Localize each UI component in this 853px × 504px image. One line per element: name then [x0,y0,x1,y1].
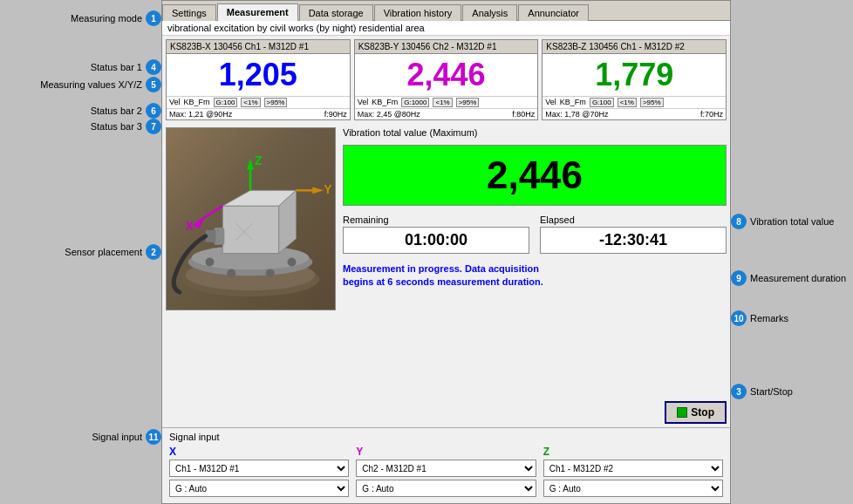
elapsed-block: Elapsed -12:30:41 [540,215,727,254]
svg-marker-8 [222,206,278,253]
panel-x: KS823B-X 130456 Ch1 - M312D #1 1,205 Vel… [166,39,351,120]
panel-y-status2: Vel KB_Fm G:1000 <1% >95% [355,96,538,108]
panel-z-value: 1,779 [543,54,726,96]
panel-y: KS823B-Y 130456 Ch2 - M312D #1 2,446 Vel… [354,39,539,120]
sensor-svg: Z X Y [167,128,335,310]
signal-ch-z[interactable]: Ch1 - M312D #2 [543,460,723,477]
signal-block-z: Z Ch1 - M312D #2 G : Auto [543,446,723,500]
label-measurement-duration: 9 Measurement duration [731,270,846,286]
panel-z-status2: Vel KB_Fm G:100 <1% >95% [543,96,726,108]
signal-gain-z[interactable]: G : Auto [543,480,723,497]
tab-annunciator[interactable]: Annunciator [518,4,589,21]
label-measuring-values: Measuring values X/Y/Z 5 [40,77,161,92]
right-panel: Vibration total value (Maximum) 2,446 Re… [343,127,727,424]
label-status-bar-2: Status bar 2 6 [91,103,161,119]
tab-bar: Settings Measurement Data storage Vibrat… [162,1,730,21]
panel-z-header: KS823B-Z 130456 Ch1 - M312D #2 [543,40,726,54]
elapsed-value: -12:30:41 [540,227,727,254]
label-measuring-mode: Measuring mode 1 [71,10,161,26]
label-signal-input: Signal input 11 [92,429,162,445]
signal-ch-y[interactable]: Ch2 - M312D #1 [356,460,536,477]
signal-input-area: Signal input X Ch1 - M312D #1 G : Auto Y [162,427,730,503]
signal-ch-x[interactable]: Ch1 - M312D #1 [169,460,349,477]
svg-text:X: X [186,218,194,232]
signal-row: X Ch1 - M312D #1 G : Auto Y Ch2 - M312D … [169,446,723,500]
svg-text:Z: Z [255,153,263,167]
stop-button[interactable]: Stop [665,401,727,424]
panel-x-status3: Max: 1,21 @90Hz f:90Hz [167,108,350,119]
label-remarks: 10 Remarks [731,310,788,326]
remarks-text: Measurement in progress. Data acquisitio… [343,262,727,289]
left-labels-panel: Measuring mode 1 Status bar 1 4 Measurin… [0,0,161,504]
remaining-value: 01:00:00 [343,227,529,254]
signal-axis-z: Z [543,446,723,458]
signal-gain-x[interactable]: G : Auto [169,480,349,497]
info-bar: vibrational excitation by civil works (b… [162,21,730,36]
signal-input-label: Signal input [169,432,723,442]
label-status-bar-3: Status bar 3 7 [91,119,161,134]
right-labels-panel: 8 Vibration total value 9 Measurement du… [731,0,853,504]
svg-marker-17 [193,217,205,228]
vibration-total-label: Vibration total value (Maximum) [343,127,727,138]
svg-marker-20 [312,187,324,194]
panel-y-status3: Max: 2,45 @80Hz f:80Hz [355,108,538,119]
signal-block-x: X Ch1 - M312D #1 G : Auto [169,446,349,500]
elapsed-label: Elapsed [540,215,727,225]
tab-data-storage[interactable]: Data storage [299,4,373,21]
sensor-placement-image: Z X Y [166,127,336,310]
panel-y-header: KS823B-Y 130456 Ch2 - M312D #1 [355,40,538,54]
panels-row: KS823B-X 130456 Ch1 - M312D #1 1,205 Vel… [162,36,730,124]
panel-x-value: 1,205 [167,54,350,96]
remaining-label: Remaining [343,215,529,225]
svg-marker-14 [247,158,254,169]
svg-point-5 [288,257,297,266]
signal-gain-y[interactable]: G : Auto [356,480,536,497]
tab-settings[interactable]: Settings [162,4,216,21]
label-start-stop: 3 Start/Stop [731,384,793,399]
label-vibration-total: 8 Vibration total value [731,214,834,229]
stop-btn-area: Stop [343,398,727,424]
tab-vibration-history[interactable]: Vibration history [374,4,462,21]
panel-z: KS823B-Z 130456 Ch1 - M312D #2 1,779 Vel… [542,39,727,120]
signal-block-y: Y Ch2 - M312D #1 G : Auto [356,446,536,500]
main-content: Settings Measurement Data storage Vibrat… [161,0,731,504]
tab-measurement[interactable]: Measurement [217,3,298,21]
remaining-block: Remaining 01:00:00 [343,215,529,254]
duration-row: Remaining 01:00:00 Elapsed -12:30:41 [343,215,727,254]
panel-x-header: KS823B-X 130456 Ch1 - M312D #1 [167,40,350,54]
panel-z-status3: Max: 1,78 @70Hz f:70Hz [543,108,726,119]
signal-axis-x: X [169,446,349,458]
svg-point-4 [206,257,215,266]
panel-y-value: 2,446 [355,54,538,96]
svg-point-7 [266,269,275,277]
vibration-total-value: 2,446 [343,145,727,206]
svg-point-6 [227,269,235,277]
signal-axis-y: Y [356,446,536,458]
label-sensor-placement: Sensor placement 2 [65,244,161,260]
body-area: Z X Y Vibration total value (Maximum) [162,124,730,427]
panel-x-status2: Vel KB_Fm G:100 <1% >95% [167,96,350,108]
label-status-bar-1: Status bar 1 4 [91,59,161,75]
stop-indicator [677,407,687,418]
tab-analysis[interactable]: Analysis [462,4,517,21]
svg-text:Y: Y [324,182,332,196]
